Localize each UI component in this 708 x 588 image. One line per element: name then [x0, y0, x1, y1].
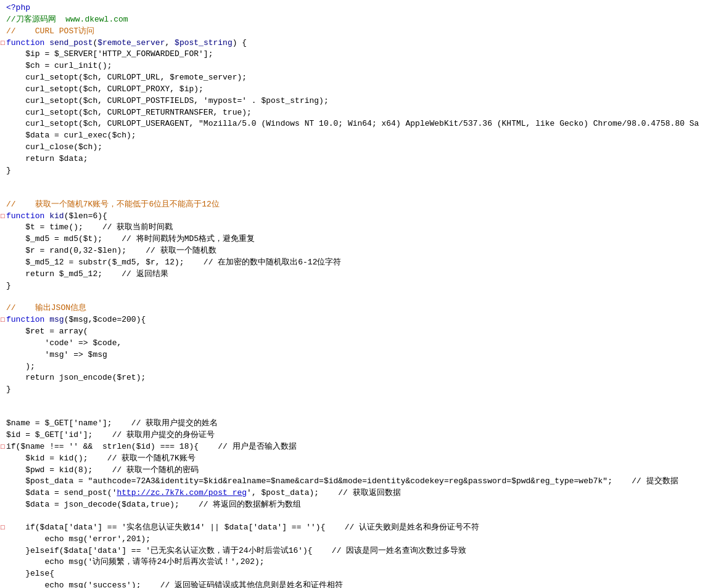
line-marker-27: □ — [0, 314, 5, 326]
code-segment-39-0: $kid = kid(); // 获取一个随机7K账号 — [6, 454, 196, 463]
line-36: $name = $_GET['name']; // 获取用户提交的姓名 — [0, 418, 708, 430]
code-segment-7-0: curl_setopt($ch, CURLOPT_PROXY, $ip); — [6, 84, 204, 94]
code-segment-3-4: , — [165, 38, 175, 47]
line-content-3: function send_post($remote_server, $post… — [5, 38, 708, 49]
code-segment-5-0: $ch = curl_init(); — [6, 61, 112, 70]
line-37: $id = $_GET['id']; // 获取用户提交的身份证号 — [0, 430, 708, 441]
line-41: $post_data = "authcode=72A3&identity=$ki… — [0, 476, 708, 488]
code-segment-27-0: function — [6, 315, 49, 324]
line-content-40: $pwd = kid(8); // 获取一个随机的密码 — [5, 465, 708, 476]
line-content-10: curl_setopt($ch, CURLOPT_USERAGENT, "Moz… — [5, 118, 708, 130]
line-44 — [0, 511, 708, 522]
line-content-19: $t = time(); // 获取当前时间戳 — [5, 222, 708, 234]
line-18: □function kid($len=6){ — [0, 211, 708, 223]
line-10: curl_setopt($ch, CURLOPT_USERAGENT, "Moz… — [0, 118, 708, 130]
line-marker-3: □ — [0, 38, 5, 49]
code-segment-49-0: }else{ — [6, 569, 54, 578]
code-segment-28-0: $ret = array( — [6, 327, 88, 336]
code-segment-37-0: $id = $_GET['id']; // 获取用户提交的身份证号 — [6, 430, 215, 439]
code-segment-18-0: function — [6, 211, 49, 221]
line-content-46: echo msg('error',201); — [5, 534, 708, 545]
line-23: return $_md5_12; // 返回结果 — [0, 269, 708, 280]
code-segment-11-0: $data = curl_exec($ch); — [6, 131, 136, 140]
code-segment-32-0: return json_encode($ret); — [6, 373, 146, 382]
line-content-13: return $data; — [5, 153, 708, 165]
line-46: echo msg('error',201); — [0, 534, 708, 545]
code-segment-24-0: } — [6, 281, 11, 290]
code-segment-40-0: $pwd = kid(8); // 获取一个随机的密码 — [6, 465, 199, 475]
line-15 — [0, 177, 708, 188]
line-47: }elseif($data['data'] == '已无实名认证次数，请于24小… — [0, 545, 708, 557]
line-content-43: $data = json_decode($data,true); // 将返回的… — [5, 499, 708, 511]
line-marker-18: □ — [0, 211, 5, 223]
line-24: } — [0, 280, 708, 292]
line-27: □function msg($msg,$code=200){ — [0, 314, 708, 326]
line-33: } — [0, 384, 708, 396]
line-content-20: $_md5 = md5($t); // 将时间戳转为MD5格式，避免重复 — [5, 234, 708, 245]
code-segment-20-0: $_md5 = md5($t); // 将时间戳转为MD5格式，避免重复 — [6, 234, 255, 243]
code-segment-33-0: } — [6, 385, 11, 394]
code-segment-38-0: if($name !== '' && strlen($id) === 18){ … — [6, 442, 297, 451]
line-content-23: return $_md5_12; // 返回结果 — [5, 269, 708, 280]
line-content-30: 'msg' => $msg — [5, 349, 708, 361]
code-segment-48-0: echo msg('访问频繁，请等待24小时后再次尝试！',202); — [6, 557, 265, 566]
line-content-14: } — [5, 165, 708, 177]
line-content-26: // 输出JSON信息 — [5, 303, 708, 314]
line-13: return $data; — [0, 153, 708, 165]
line-50: echo msg('success'); // 返回验证码错误或其他信息则是姓名… — [0, 580, 708, 588]
code-segment-22-0: $_md5_12 = substr($_md5, $r, 12); // 在加密… — [6, 258, 341, 267]
code-container: <?php//刀客源码网 www.dkewl.com// CURL POST访问… — [0, 0, 708, 588]
line-39: $kid = kid(); // 获取一个随机7K账号 — [0, 453, 708, 465]
line-content-2: // CURL POST访问 — [5, 26, 708, 38]
line-32: return json_encode($ret); — [0, 372, 708, 384]
code-segment-42-0: $data = send_post(' — [6, 488, 117, 497]
code-segment-43-0: $data = json_decode($data,true); // 将返回的… — [6, 500, 301, 509]
line-content-41: $post_data = "authcode=72A3&identity=$ki… — [5, 476, 708, 488]
line-3: □function send_post($remote_server, $pos… — [0, 38, 708, 49]
code-segment-31-0: ); — [6, 362, 35, 371]
line-0: <?php — [0, 2, 708, 14]
code-display: <?php//刀客源码网 www.dkewl.com// CURL POST访问… — [0, 2, 708, 588]
line-25 — [0, 292, 708, 303]
line-content-36: $name = $_GET['name']; // 获取用户提交的姓名 — [5, 418, 708, 430]
line-content-28: $ret = array( — [5, 326, 708, 338]
code-segment-29-0: 'code' => $code, — [6, 338, 121, 348]
line-content-31: ); — [5, 361, 708, 373]
line-8: curl_setopt($ch, CURLOPT_POSTFIELDS, 'my… — [0, 96, 708, 107]
line-content-22: $_md5_12 = substr($_md5, $r, 12); // 在加密… — [5, 257, 708, 269]
line-14: } — [0, 165, 708, 177]
line-content-11: $data = curl_exec($ch); — [5, 130, 708, 142]
line-content-45: if($data['data'] == '实名信息认证失败14' || $dat… — [5, 522, 708, 534]
code-segment-36-0: $name = $_GET['name']; // 获取用户提交的姓名 — [6, 419, 218, 428]
line-17: // 获取一个随机7K账号，不能低于6位且不能高于12位 — [0, 199, 708, 211]
code-segment-18-2: ($len=6){ — [64, 211, 107, 221]
line-content-48: echo msg('访问频繁，请等待24小时后再次尝试！',202); — [5, 557, 708, 568]
line-40: $pwd = kid(8); // 获取一个随机的密码 — [0, 465, 708, 476]
line-content-33: } — [5, 384, 708, 396]
line-content-47: }elseif($data['data'] == '已无实名认证次数，请于24小… — [5, 545, 708, 557]
line-content-5: $ch = curl_init(); — [5, 60, 708, 72]
line-content-39: $kid = kid(); // 获取一个随机7K账号 — [5, 453, 708, 465]
line-content-17: // 获取一个随机7K账号，不能低于6位且不能高于12位 — [5, 199, 708, 211]
line-content-24: } — [5, 280, 708, 292]
line-content-37: $id = $_GET['id']; // 获取用户提交的身份证号 — [5, 430, 708, 441]
code-segment-3-3: $remote_server — [97, 38, 165, 47]
code-segment-41-0: $post_data = "authcode=72A3&identity=$ki… — [6, 476, 678, 486]
code-segment-9-0: curl_setopt($ch, CURLOPT_RETURNTRANSFER,… — [6, 108, 252, 117]
line-content-12: curl_close($ch); — [5, 142, 708, 153]
line-content-8: curl_setopt($ch, CURLOPT_POSTFIELDS, 'my… — [5, 96, 708, 107]
line-4: $ip = $_SERVER['HTTP_X_FORWARDED_FOR']; — [0, 49, 708, 60]
line-11: $data = curl_exec($ch); — [0, 130, 708, 142]
line-marker-38: □ — [0, 441, 5, 453]
line-content-4: $ip = $_SERVER['HTTP_X_FORWARDED_FOR']; — [5, 49, 708, 60]
line-content-38: if($name !== '' && strlen($id) === 18){ … — [5, 441, 708, 453]
line-26: // 输出JSON信息 — [0, 303, 708, 314]
line-49: }else{ — [0, 568, 708, 580]
line-content-29: 'code' => $code, — [5, 338, 708, 349]
code-segment-30-0: 'msg' => $msg — [6, 350, 107, 359]
line-content-32: return json_encode($ret); — [5, 372, 708, 384]
code-segment-12-0: curl_close($ch); — [6, 142, 102, 152]
line-20: $_md5 = md5($t); // 将时间戳转为MD5格式，避免重复 — [0, 234, 708, 245]
line-28: $ret = array( — [0, 326, 708, 338]
code-segment-0-0: <?php — [6, 3, 30, 12]
